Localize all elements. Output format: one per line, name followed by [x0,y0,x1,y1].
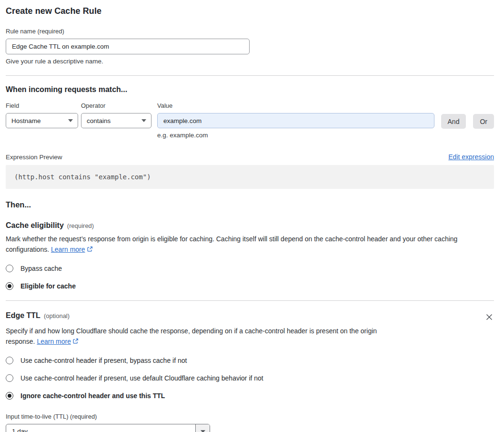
radio-icon [6,357,13,364]
value-input[interactable] [157,113,434,128]
then-heading: Then... [6,200,494,209]
ttl-dropdown-arrow-button[interactable] [195,424,210,432]
cache-eligibility-header: Cache eligibility (required) [6,221,494,230]
section-divider [6,300,494,301]
match-condition-row: Field Hostname Operator contains Value e… [6,102,494,139]
edge-ttl-header: Edge TTL (optional) [6,311,70,320]
radio-icon [6,374,13,382]
ttl-label: Input time-to-live (TTL) (required) [6,413,494,420]
field-select[interactable]: Hostname [6,113,78,128]
operator-select-value: contains [87,117,111,124]
match-section-heading: When incoming requests match... [6,85,494,94]
radio-icon [6,282,13,290]
edit-expression-link[interactable]: Edit expression [448,153,494,161]
edge-ttl-qualifier: (optional) [44,312,70,319]
radio-label: Bypass cache [20,265,62,272]
page-title: Create new Cache Rule [6,6,494,16]
operator-label: Operator [81,102,151,109]
value-column: Value e.g. example.com [157,102,434,139]
rule-name-helper: Give your rule a descriptive name. [6,58,494,65]
radio-label: Eligible for cache [20,282,76,290]
caret-down-icon [141,119,146,122]
radio-label: Ignore cache-control header and use this… [20,392,165,400]
caret-down-icon [201,430,205,432]
and-button[interactable]: And [441,114,466,129]
cache-eligibility-learn-more-link[interactable]: Learn more [51,246,85,253]
field-column: Field Hostname [6,102,78,139]
rule-name-input[interactable] [6,39,250,54]
radio-use-header-bypass[interactable]: Use cache-control header if present, byp… [6,357,187,364]
edge-ttl-header-row: Edge TTL (optional) [6,311,494,322]
radio-icon [6,392,13,400]
radio-eligible-for-cache[interactable]: Eligible for cache [6,282,76,290]
ttl-select[interactable]: 1 day [6,424,210,432]
cache-eligibility-qualifier: (required) [67,222,94,229]
expression-code: (http.host contains "example.com") [6,165,494,189]
radio-use-header-default[interactable]: Use cache-control header if present, use… [6,374,263,382]
section-divider [6,75,494,76]
expression-preview-header: Expression Preview Edit expression [6,153,494,161]
edge-ttl-description: Specify if and how long Cloudflare shoul… [6,326,401,347]
cache-eligibility-heading: Cache eligibility [6,221,64,230]
operator-select[interactable]: contains [81,113,151,128]
create-cache-rule-page: Create new Cache Rule Rule name (require… [0,0,504,432]
operator-column: Operator contains [81,102,151,139]
edge-ttl-heading: Edge TTL [6,311,40,320]
external-link-icon [72,338,79,346]
radio-label: Use cache-control header if present, use… [20,374,263,382]
external-link-icon [87,246,93,254]
ttl-select-value: 1 day [6,424,195,432]
value-label: Value [157,102,434,109]
radio-bypass-cache[interactable]: Bypass cache [6,265,62,272]
rule-name-label: Rule name (required) [6,28,494,35]
field-label: Field [6,102,78,109]
caret-down-icon [68,119,73,122]
close-icon[interactable] [484,312,494,322]
field-select-value: Hostname [11,117,41,124]
edge-ttl-learn-more-link[interactable]: Learn more [37,338,71,345]
or-button[interactable]: Or [473,114,494,129]
cache-eligibility-description: Mark whether the request’s response from… [6,234,487,255]
value-helper: e.g. example.com [157,132,434,139]
expression-preview-label: Expression Preview [6,154,62,161]
radio-icon [6,265,13,272]
radio-ignore-header-use-ttl[interactable]: Ignore cache-control header and use this… [6,392,165,400]
radio-label: Use cache-control header if present, byp… [20,357,187,364]
